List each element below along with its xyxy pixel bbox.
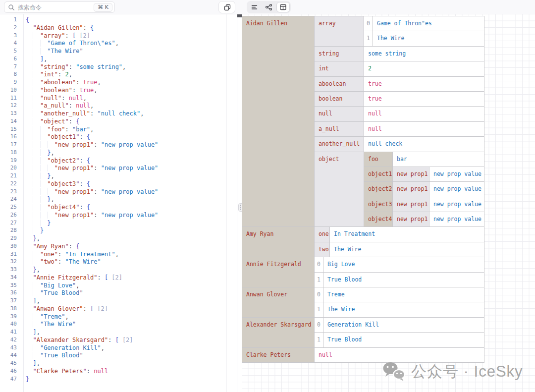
value-cell[interactable]: The Wire xyxy=(330,242,484,257)
key-cell[interactable]: Anwan Glover xyxy=(242,287,315,317)
fold-count-badge[interactable]: [2] xyxy=(79,32,90,39)
code-line[interactable]: 39 "Treme", xyxy=(0,313,237,321)
value-cell[interactable]: bar xyxy=(393,152,484,167)
code-line[interactable]: 47} xyxy=(0,376,237,384)
code-line[interactable]: 18 }, xyxy=(0,149,237,157)
prop-cell[interactable]: a_null xyxy=(315,122,364,136)
code-editor[interactable]: 1{2 "Aidan Gillen": {3 "array": [[2]4 "G… xyxy=(0,14,237,392)
code-line[interactable]: 8 "int": 2, xyxy=(0,71,237,79)
code-line[interactable]: 34 "Annie Fitzgerald": [[2] xyxy=(0,274,237,282)
index-cell[interactable]: 0 xyxy=(364,16,373,31)
scrollbar-thumb[interactable] xyxy=(237,14,242,17)
code-line[interactable]: 21 }, xyxy=(0,172,237,180)
key-cell[interactable]: object4 xyxy=(364,212,393,226)
command-search-box[interactable]: ⌘ K xyxy=(4,1,115,13)
code-line[interactable]: 29 }, xyxy=(0,235,237,243)
value-cell[interactable]: true xyxy=(364,92,484,106)
code-line[interactable]: 42 "Alexander Skarsgard": [[2] xyxy=(0,336,237,344)
index-cell[interactable]: 0 xyxy=(315,257,323,272)
code-line[interactable]: 6 ], xyxy=(0,56,237,63)
value-cell[interactable]: 2 xyxy=(364,61,484,76)
code-line[interactable]: 14 "object": { xyxy=(0,118,237,126)
prop-cell[interactable]: new prop1 xyxy=(393,197,429,212)
key-cell[interactable]: Alexander Skarsgard xyxy=(242,318,315,347)
prop-cell[interactable]: boolean xyxy=(315,92,364,106)
prop-cell[interactable]: array xyxy=(315,16,364,46)
code-line[interactable]: 9 "aboolean": true, xyxy=(0,79,237,87)
code-line[interactable]: 33 }, xyxy=(0,266,237,274)
code-line[interactable]: 10 "boolean": true, xyxy=(0,87,237,95)
pane-divider[interactable] xyxy=(237,14,237,392)
code-line[interactable]: 23 "new prop1": "new prop value" xyxy=(0,188,237,196)
code-line[interactable]: 17 "new prop1": "new prop value" xyxy=(0,141,237,149)
code-line[interactable]: 11 "null": null, xyxy=(0,95,237,103)
prop-cell[interactable]: another_null xyxy=(315,137,364,151)
copy-button[interactable] xyxy=(218,1,235,13)
index-cell[interactable]: 0 xyxy=(315,287,323,302)
value-cell[interactable]: new prop value xyxy=(429,167,484,181)
value-cell[interactable]: new prop value xyxy=(429,182,484,196)
value-cell[interactable]: Big Love xyxy=(323,257,484,272)
search-input[interactable] xyxy=(18,4,94,11)
code-line[interactable]: 44 "True Blood" xyxy=(0,352,237,360)
code-line[interactable]: 27 } xyxy=(0,220,237,227)
key-cell[interactable]: object2 xyxy=(364,182,393,196)
code-line[interactable]: 15 "foo": "bar", xyxy=(0,126,237,134)
code-line[interactable]: 1{ xyxy=(0,16,237,24)
index-cell[interactable]: 1 xyxy=(315,302,323,317)
value-cell[interactable]: null check xyxy=(364,137,484,151)
code-line[interactable]: 22 "object3": { xyxy=(0,180,237,188)
value-cell[interactable]: null xyxy=(315,348,484,362)
code-line[interactable]: 40 "The Wire" xyxy=(0,321,237,329)
code-line[interactable]: 25 "object4": { xyxy=(0,204,237,212)
code-line[interactable]: 30 "Amy Ryan": { xyxy=(0,243,237,251)
value-cell[interactable]: Game of Thron"es xyxy=(373,16,484,31)
code-line[interactable]: 36 "True Blood" xyxy=(0,289,237,297)
value-cell[interactable]: true xyxy=(364,77,484,91)
value-cell[interactable]: True Blood xyxy=(323,333,484,347)
prop-cell[interactable]: string xyxy=(315,47,364,61)
code-line[interactable]: 20 "new prop1": "new prop value" xyxy=(0,165,237,172)
prop-cell[interactable]: object xyxy=(315,152,364,227)
code-line[interactable]: 41 ], xyxy=(0,329,237,336)
code-line[interactable]: 28 } xyxy=(0,227,237,235)
key-cell[interactable]: foo xyxy=(364,152,393,167)
value-cell[interactable]: null xyxy=(364,122,484,136)
code-line[interactable]: 43 "Generation Kill", xyxy=(0,344,237,352)
tree-view-button[interactable] xyxy=(262,2,275,12)
code-line[interactable]: 13 "another_null": "null check", xyxy=(0,110,237,118)
code-line[interactable]: 26 "new prop1": "new prop value" xyxy=(0,212,237,220)
code-line[interactable]: 31 "one": "In Treatment", xyxy=(0,251,237,259)
code-line[interactable]: 7 "string": "some string", xyxy=(0,63,237,71)
prop-cell[interactable]: new prop1 xyxy=(393,167,429,181)
key-cell[interactable]: object3 xyxy=(364,197,393,212)
code-line[interactable]: 37 ], xyxy=(0,297,237,305)
value-cell[interactable]: Treme xyxy=(323,287,484,302)
prop-cell[interactable]: one xyxy=(315,227,330,241)
key-cell[interactable]: Annie Fitzgerald xyxy=(242,257,315,287)
fold-count-badge[interactable]: [2] xyxy=(111,274,122,281)
value-cell[interactable]: In Treatment xyxy=(330,227,484,241)
code-line[interactable]: 24 }, xyxy=(0,196,237,204)
fold-count-badge[interactable]: [2] xyxy=(97,305,108,312)
code-line[interactable]: 12 "a_null": null, xyxy=(0,102,237,110)
fold-count-badge[interactable]: [2] xyxy=(122,336,133,343)
key-cell[interactable]: Amy Ryan xyxy=(242,227,315,257)
text-view-button[interactable] xyxy=(248,2,261,12)
index-cell[interactable]: 1 xyxy=(315,273,323,287)
value-cell[interactable]: Generation Kill xyxy=(323,318,484,332)
value-cell[interactable]: The Wire xyxy=(373,31,484,46)
code-line[interactable]: 38 "Anwan Glover": [[2] xyxy=(0,305,237,313)
code-line[interactable]: 16 "object1": { xyxy=(0,133,237,141)
value-cell[interactable]: new prop value xyxy=(429,212,484,226)
key-cell[interactable]: object1 xyxy=(364,167,393,181)
code-line[interactable]: 2 "Aidan Gillen": { xyxy=(0,24,237,32)
table-view-button[interactable] xyxy=(276,2,290,12)
key-cell[interactable]: Clarke Peters xyxy=(242,348,315,362)
prop-cell[interactable]: int xyxy=(315,61,364,76)
prop-cell[interactable]: new prop1 xyxy=(393,212,429,226)
code-line[interactable]: 45 ], xyxy=(0,360,237,368)
code-line[interactable]: 5 "The Wire" xyxy=(0,48,237,56)
code-line[interactable]: 4 "Game of Thron\"es", xyxy=(0,40,237,48)
value-cell[interactable]: True Blood xyxy=(323,273,484,287)
